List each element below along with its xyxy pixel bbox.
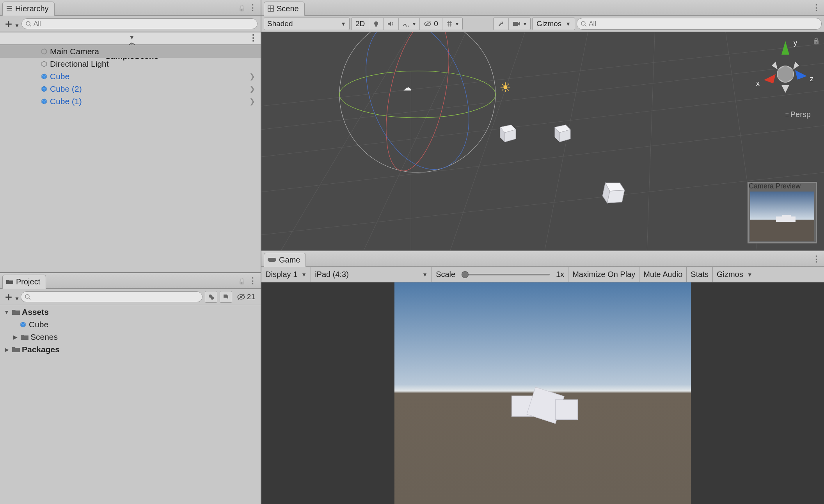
- toggle-2d[interactable]: 2D: [352, 18, 369, 30]
- axis-x-label: x: [756, 80, 760, 88]
- camera-preview-overlay[interactable]: Camera Preview: [748, 182, 817, 243]
- expand-toggle[interactable]: ▶: [12, 334, 19, 340]
- prefab-icon: [19, 320, 27, 329]
- gameobject-row[interactable]: Cube (1) ❯: [0, 95, 261, 108]
- scene-cube-object[interactable]: [595, 175, 627, 206]
- svg-marker-42: [795, 70, 807, 80]
- chevron-down-icon: ▼: [747, 272, 753, 278]
- scene-tab-label: Scene: [277, 4, 299, 13]
- project-panel: Project ＋▾ 21: [0, 273, 261, 504]
- expand-toggle[interactable]: ▼: [3, 309, 10, 315]
- scene-grid-toggle[interactable]: ▾: [442, 18, 462, 30]
- display-dropdown[interactable]: Display 1▼: [261, 267, 311, 282]
- scene-search[interactable]: [577, 18, 822, 30]
- scene-fx-toggle[interactable]: ▾: [399, 18, 420, 30]
- chevron-down-icon: ▼: [422, 272, 428, 278]
- svg-rect-13: [513, 22, 518, 26]
- scene-camera-settings[interactable]: ▾: [509, 18, 530, 30]
- orientation-gizmo[interactable]: y z x: [756, 39, 815, 113]
- mute-audio-toggle[interactable]: Mute Audio: [639, 267, 687, 282]
- stats-toggle[interactable]: Stats: [687, 267, 713, 282]
- scene-cube-object[interactable]: [495, 122, 516, 142]
- eye-off-icon: [424, 21, 432, 27]
- folder-label: Assets: [22, 307, 49, 317]
- hierarchy-search-input[interactable]: [34, 20, 253, 28]
- panel-menu-icon[interactable]: [811, 254, 822, 264]
- chevron-down-icon: ▼: [301, 272, 307, 278]
- hierarchy-tab[interactable]: Hierarchy: [2, 2, 55, 16]
- svg-marker-43: [764, 74, 776, 83]
- axis-z-label: z: [810, 75, 813, 83]
- svg-rect-49: [268, 258, 276, 262]
- game-header: Game: [261, 251, 824, 267]
- scenes-folder-row[interactable]: ▶ Scenes: [0, 331, 261, 343]
- folder-icon: [12, 345, 20, 354]
- folder-icon: [6, 279, 14, 285]
- gameobject-row[interactable]: Main Camera: [0, 45, 261, 58]
- prefab-icon: [40, 97, 48, 106]
- game-gizmos-dropdown[interactable]: Gizmos▼: [713, 267, 757, 282]
- shading-mode-dropdown[interactable]: Shaded ▼: [264, 18, 350, 30]
- gameobject-row[interactable]: Cube (2) ❯: [0, 83, 261, 95]
- project-search-input[interactable]: [33, 293, 198, 301]
- maximize-on-play-toggle[interactable]: Maximize On Play: [568, 267, 639, 282]
- expand-toggle[interactable]: ▶: [3, 346, 10, 353]
- project-search[interactable]: [21, 291, 202, 302]
- hidden-items-indicator[interactable]: 21: [234, 293, 258, 301]
- chevron-down-icon: ▼: [341, 21, 346, 27]
- scene-visibility-toggle[interactable]: 0: [420, 18, 442, 30]
- gameobject-row[interactable]: Directional Light: [0, 58, 261, 70]
- camera-gizmo-icon[interactable]: ☁: [403, 83, 412, 93]
- svg-point-31: [347, 32, 488, 184]
- game-tab-label: Game: [279, 256, 300, 264]
- create-button[interactable]: ＋▾: [3, 289, 18, 304]
- search-icon: [25, 294, 30, 300]
- chevron-right-icon[interactable]: ❯: [249, 72, 255, 81]
- panel-menu-icon[interactable]: [247, 275, 258, 286]
- scene-row[interactable]: ▼ SampleScene: [0, 33, 261, 45]
- scene-tab[interactable]: Scene: [264, 2, 305, 16]
- prefab-icon: [40, 72, 48, 81]
- scene-audio-toggle[interactable]: [384, 18, 399, 30]
- packages-folder-row[interactable]: ▶ Packages: [0, 343, 261, 356]
- component-tools-icon[interactable]: [494, 18, 509, 30]
- rendered-cube: [555, 399, 578, 420]
- projection-label[interactable]: ≡Persp: [785, 110, 811, 119]
- light-gizmo-icon[interactable]: ☀: [499, 80, 511, 95]
- lock-icon[interactable]: [236, 275, 247, 286]
- scene-lighting-toggle[interactable]: [369, 18, 384, 30]
- slider-thumb[interactable]: [462, 271, 469, 278]
- scene-cube-object[interactable]: [550, 122, 570, 142]
- scene-menu-icon[interactable]: [249, 33, 257, 43]
- game-tab[interactable]: Game: [264, 253, 306, 267]
- panel-menu-icon[interactable]: [247, 2, 258, 13]
- folder-icon: [20, 333, 29, 341]
- folder-label: Scenes: [30, 332, 58, 342]
- scale-value: 1x: [556, 270, 564, 279]
- prefab-asset-row[interactable]: Cube: [0, 318, 261, 331]
- game-view[interactable]: [261, 282, 824, 504]
- shading-mode-label: Shaded: [267, 20, 293, 28]
- filter-by-type-icon[interactable]: [205, 291, 217, 303]
- gameobject-icon: [40, 60, 48, 68]
- assets-folder-row[interactable]: ▼ Assets: [0, 306, 261, 318]
- hierarchy-search[interactable]: [21, 18, 258, 29]
- svg-line-1: [30, 25, 31, 27]
- scene-search-input[interactable]: [589, 20, 817, 28]
- chevron-right-icon[interactable]: ❯: [249, 85, 255, 93]
- scale-slider[interactable]: Scale 1x: [432, 267, 568, 282]
- chevron-right-icon[interactable]: ❯: [249, 97, 255, 106]
- gameobject-row[interactable]: Cube ❯: [0, 70, 261, 83]
- project-tree: ▼ Assets Cube ▶ Scenes ▶: [0, 305, 261, 504]
- expand-toggle[interactable]: ▼: [128, 34, 135, 41]
- aspect-dropdown[interactable]: iPad (4:3)▼: [311, 267, 432, 282]
- slider-track[interactable]: [462, 274, 550, 275]
- project-tab[interactable]: Project: [2, 275, 46, 289]
- filter-by-label-icon[interactable]: [220, 291, 232, 303]
- scene-viewport[interactable]: ☁ ☀: [261, 32, 824, 250]
- create-button[interactable]: ＋▾: [3, 16, 18, 31]
- lock-icon[interactable]: [812, 37, 820, 45]
- lock-icon[interactable]: [236, 2, 247, 13]
- panel-menu-icon[interactable]: [811, 2, 822, 13]
- gizmos-dropdown[interactable]: Gizmos ▼: [532, 18, 575, 30]
